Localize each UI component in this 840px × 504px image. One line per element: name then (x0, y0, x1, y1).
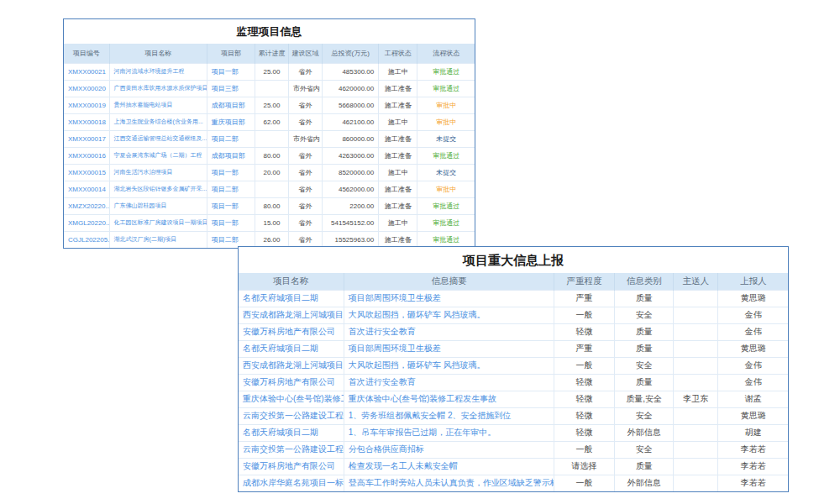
report-project-cell[interactable]: 西安成都路龙湖上河城项目 (239, 307, 344, 323)
supervision-name-cell[interactable]: 贵州抽水蓄能电站项目 (109, 97, 207, 113)
supervision-dept-cell[interactable]: 重庆项目部 (207, 113, 255, 130)
supervision-code-cell[interactable]: XMXX00015 (64, 164, 109, 181)
supervision-name-cell[interactable]: 化工园区标准厂房建设项目一期项目 (109, 214, 207, 231)
report-project-cell[interactable]: 名都天府城项目二期 (239, 424, 344, 441)
supervision-investment-cell: 5668000.00 (323, 97, 379, 113)
supervision-code-cell[interactable]: XMXX00020 (64, 80, 109, 97)
supervision-flow-cell: 审批通过 (417, 214, 475, 231)
column-header: 项目部 (207, 44, 255, 63)
report-table-row: 安徽万科房地产有限公司首次进行安全教育轻微质量金伟 (239, 323, 788, 340)
supervision-dept-cell[interactable]: 成都项目部 (207, 147, 255, 164)
report-recipient-cell (674, 424, 718, 441)
report-project-cell[interactable]: 重庆体验中心(叁号馆)装修工程 (239, 391, 344, 407)
report-reporter-cell: 黄思璐 (718, 340, 788, 357)
supervision-name-cell[interactable]: 广西黄田水库饮用水源水质保护项目 (109, 80, 207, 97)
report-project-cell[interactable]: 安徽万科房地产有限公司 (239, 458, 344, 475)
supervision-code-cell[interactable]: XMXX00014 (64, 181, 109, 197)
report-summary-cell[interactable]: 重庆体验中心(叁号馆)装修工程发生事故 (344, 391, 554, 407)
report-reporter-cell: 金伟 (718, 323, 788, 340)
report-table-row: 名都天府城项目二期项目部周围环境卫生极差严重质量黄思璐 (239, 290, 788, 307)
report-severity-cell: 请选择 (554, 458, 615, 475)
supervision-name-cell[interactable]: 宁夏会展湾东城广场（二期）工程 (109, 147, 207, 164)
supervision-dept-cell[interactable]: 项目二部 (207, 231, 255, 248)
supervision-dept-cell[interactable]: 项目二部 (207, 181, 255, 197)
report-category-cell: 质量 (615, 290, 674, 307)
supervision-investment-cell: 15525963.00 (323, 231, 379, 248)
column-header: 工程状态 (379, 44, 417, 63)
supervision-dept-cell[interactable]: 项目一部 (207, 214, 255, 231)
supervision-table-body: XMXX00021河南河流域水环境提升工程项目一部25.00省外485300.0… (64, 63, 475, 248)
supervision-name-cell[interactable]: 湖北岩头区段铅锌银多金属矿开采... (109, 181, 207, 197)
supervision-code-cell[interactable]: XMGL20220... (64, 214, 109, 231)
column-header: 信息摘要 (344, 273, 554, 290)
supervision-dept-cell[interactable]: 项目一部 (207, 197, 255, 214)
report-project-cell[interactable]: 云南交投第一公路建设工程 (239, 441, 344, 458)
report-recipient-cell (674, 290, 718, 307)
supervision-dept-cell[interactable]: 项目一部 (207, 164, 255, 181)
supervision-investment-cell: 462100.00 (323, 113, 379, 130)
supervision-status-cell: 施工中 (379, 63, 417, 80)
supervision-dept-cell[interactable]: 项目一部 (207, 63, 255, 80)
supervision-table-row: XMXX00016宁夏会展湾东城广场（二期）工程成都项目部80.00省外4263… (64, 147, 475, 164)
supervision-code-cell[interactable]: XMXX00021 (64, 63, 109, 80)
column-header: 建设区域 (289, 44, 323, 63)
supervision-progress-cell (255, 181, 288, 197)
supervision-progress-cell (255, 80, 288, 97)
supervision-flow-cell: 未提交 (417, 130, 475, 147)
report-severity-cell: 严重 (554, 340, 615, 357)
report-summary-cell[interactable]: 1、劳务班组都佩戴安全帽 2、安全措施到位 (344, 407, 554, 424)
supervision-name-cell[interactable]: 河南河流域水环境提升工程 (109, 63, 207, 80)
supervision-name-cell[interactable]: 河南生活污水治理项目 (109, 164, 207, 181)
supervision-name-cell[interactable]: 江西交通运输管理总站交通枢纽及... (109, 130, 207, 147)
supervision-code-cell[interactable]: XMXX00019 (64, 97, 109, 113)
supervision-code-cell[interactable]: XMXX00017 (64, 130, 109, 147)
supervision-name-cell[interactable]: 广东佛山碧桂园项目 (109, 197, 207, 214)
report-summary-cell[interactable]: 1、吊车年审报告已过期，正在年审中。 (344, 424, 554, 441)
supervision-name-cell[interactable]: 湖北武汉厂房(二期)项目 (109, 231, 207, 248)
report-project-cell[interactable]: 名都天府城项目二期 (239, 290, 344, 307)
supervision-region-cell: 省外 (289, 214, 323, 231)
report-severity-cell: 一般 (554, 441, 615, 458)
supervision-code-cell[interactable]: CGJL202205... (64, 231, 109, 248)
report-reporter-cell: 金伟 (718, 357, 788, 374)
report-summary-cell[interactable]: 大风吹起围挡，砸坏铲车 风挡玻璃。 (344, 307, 554, 323)
supervision-dept-cell[interactable]: 成都项目部 (207, 97, 255, 113)
supervision-region-cell: 省外 (289, 197, 323, 214)
report-summary-cell[interactable]: 登高车工作时旁站人员未认真负责，作业区域缺乏警示标 (344, 475, 554, 491)
report-summary-cell[interactable]: 首次进行安全教育 (344, 323, 554, 340)
report-project-cell[interactable]: 成都水岸华庭名苑项目一标段 (239, 475, 344, 491)
supervision-flow-cell: 审批中 (417, 113, 475, 130)
report-summary-cell[interactable]: 大风吹起围挡，砸坏铲车 风挡玻璃。 (344, 357, 554, 374)
report-project-cell[interactable]: 安徽万科房地产有限公司 (239, 323, 344, 340)
report-summary-cell[interactable]: 检查发现一名工人未戴安全帽 (344, 458, 554, 475)
supervision-table-row: XMXX00020广西黄田水库饮用水源水质保护项目项目三部市外省内4620000… (64, 80, 475, 97)
report-recipient-cell (674, 307, 718, 323)
supervision-code-cell[interactable]: XMXX00016 (64, 147, 109, 164)
supervision-investment-cell: 8520000.00 (323, 164, 379, 181)
report-summary-cell[interactable]: 首次进行安全教育 (344, 374, 554, 391)
column-header: 累计进度 (255, 44, 288, 63)
supervision-status-cell: 施工中 (379, 214, 417, 231)
supervision-investment-cell: 4562000.00 (323, 181, 379, 197)
report-category-cell: 外部信息 (615, 424, 674, 441)
report-summary-cell[interactable]: 项目部周围环境卫生极差 (344, 340, 554, 357)
supervision-code-cell[interactable]: XMZX20220... (64, 197, 109, 214)
report-severity-cell: 轻微 (554, 374, 615, 391)
supervision-dept-cell[interactable]: 项目三部 (207, 80, 255, 97)
supervision-status-cell: 施工中 (379, 164, 417, 181)
supervision-status-cell: 施工准备 (379, 80, 417, 97)
report-project-cell[interactable]: 安徽万科房地产有限公司 (239, 374, 344, 391)
report-summary-cell[interactable]: 分包合格供应商招标 (344, 441, 554, 458)
report-project-cell[interactable]: 西安成都路龙湖上河城项目 (239, 357, 344, 374)
report-summary-cell[interactable]: 项目部周围环境卫生极差 (344, 290, 554, 307)
report-project-cell[interactable]: 名都天府城项目二期 (239, 340, 344, 357)
supervision-region-cell: 省外 (289, 181, 323, 197)
supervision-table-row: XMZX20220...广东佛山碧桂园项目项目一部80.00省外2200.00施… (64, 197, 475, 214)
supervision-dept-cell[interactable]: 项目二部 (207, 130, 255, 147)
report-reporter-cell: 李若若 (718, 441, 788, 458)
supervision-code-cell[interactable]: XMXX00018 (64, 113, 109, 130)
report-project-cell[interactable]: 云南交投第一公路建设工程 (239, 407, 344, 424)
supervision-name-cell[interactable]: 上海卫生院业务综合楼(含业务用... (109, 113, 207, 130)
supervision-flow-cell: 审批通过 (417, 80, 475, 97)
supervision-table-row: XMXX00015河南生活污水治理项目项目一部20.00省外8520000.00… (64, 164, 475, 181)
